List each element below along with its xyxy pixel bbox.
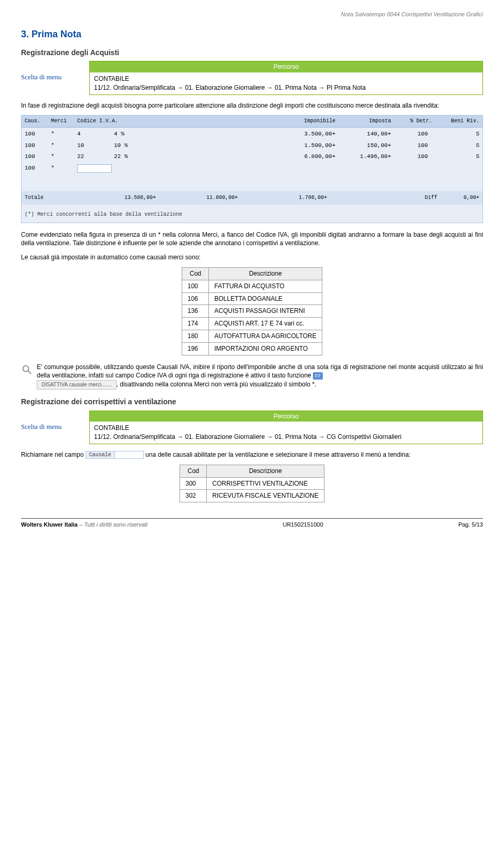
screenshot-footnote: (*) Merci concorrenti alla base della ve…	[22, 205, 482, 223]
f7-key-icon: F7	[313, 372, 323, 380]
scelta-di-menu-label: Scelta di menu	[21, 411, 89, 432]
table-row: 100FATTURA DI ACQUISTO	[182, 280, 322, 292]
screenshot-rows: 100 * 4 4 % 3.500,00+ 140,00+ 100 S 100 …	[22, 128, 482, 175]
disattiva-button[interactable]: DISATTIVA causale merci.......	[37, 380, 117, 390]
col-merci: Merci	[51, 118, 77, 125]
page-footer: Wolters Kluwer Italia – Tutti i diritti …	[21, 518, 483, 529]
table-row: 100 * 22 22 % 6.800,00+ 1.496,00+ 100 S	[25, 151, 479, 162]
table-row: 302RICEVUTA FISCALE VENTILAZIONE	[180, 490, 324, 502]
scelta-di-menu-label: Scelta di menu	[21, 61, 89, 82]
table-row: 174ACQUISTI ART. 17 E 74 vari cc.	[182, 318, 322, 330]
col-cod: Cod	[182, 267, 209, 280]
causali-table-2: Cod Descrizione 300CORRISPETTIVI VENTILA…	[21, 465, 483, 502]
svg-point-0	[23, 365, 29, 371]
percorso-box: Percorso CONTABILE 11/12. Ordinaria/Semp…	[89, 61, 483, 94]
doc-header: Nota Salvatempo 0044 Corrispettivi Venti…	[21, 10, 483, 18]
table-row: 106BOLLETTA DOGANALE	[182, 292, 322, 305]
table-row: 100 * 10 10 % 1.500,00+ 150,00+ 100 S	[25, 140, 479, 151]
col-imponibile: Imponibile	[156, 118, 343, 125]
app-screenshot: Caus. Merci Codice I.V.A. Imponibile Imp…	[21, 115, 483, 223]
col-codice: Codice I.V.A.	[77, 118, 156, 125]
table-row: 100 * 4 4 % 3.500,00+ 140,00+ 100 S	[25, 129, 479, 140]
percorso-block-1: Scelta di menu Percorso CONTABILE 11/12.…	[21, 61, 483, 94]
causali-table: Cod Descrizione 300CORRISPETTIVI VENTILA…	[180, 465, 324, 502]
screenshot-total-row: Totale 13.586,00+ 11.800,00+ 1.786,00+ D…	[22, 191, 482, 205]
causale-field[interactable]: Causale	[86, 452, 144, 459]
percorso-header: Percorso	[90, 411, 482, 422]
footer-left: Wolters Kluwer Italia – Tutti i diritti …	[21, 521, 148, 529]
percorso-line1: CONTABILE	[94, 75, 129, 82]
percorso-header: Percorso	[90, 61, 482, 72]
footer-code: UR1502151000	[282, 521, 323, 529]
col-detr: % Detr.	[395, 118, 432, 125]
subsection-1-title: Registrazione degli Acquisti	[21, 48, 483, 58]
causali-table: Cod Descrizione 100FATTURA DI ACQUISTO 1…	[182, 267, 322, 355]
para-causali-intro: Le causali già impostate in automatico c…	[21, 253, 483, 262]
causali-table-1: Cod Descrizione 100FATTURA DI ACQUISTO 1…	[21, 267, 483, 355]
intro-paragraph: In fase di registrazione degli acquisti …	[21, 101, 483, 110]
percorso-line2: 11/12. Ordinaria/Semplificata → 01. Elab…	[94, 84, 366, 91]
percorso-block-2: Scelta di menu Percorso CONTABILE 11/12.…	[21, 411, 483, 444]
svg-line-1	[28, 371, 32, 374]
col-desc: Descrizione	[207, 465, 324, 477]
table-row: 100 *	[25, 163, 479, 174]
section-title: 3. Prima Nota	[21, 28, 483, 41]
codice-input[interactable]	[77, 164, 112, 173]
para-inhibit: E' comunque possibile, utilizzando quest…	[37, 363, 483, 390]
percorso-body: CONTABILE 11/12. Ordinaria/Semplificata …	[90, 422, 482, 444]
footer-page: Pag. 5/13	[458, 521, 483, 529]
col-beni: Beni Riv.	[432, 118, 479, 125]
subsection-2-title: Registrazione dei corrispettivi a ventil…	[21, 397, 483, 407]
col-imposta: Imposta	[343, 118, 395, 125]
col-desc: Descrizione	[209, 267, 322, 280]
col-caus: Caus.	[25, 118, 51, 125]
table-row: 196IMPORTAZIONI ORO ARGENTO	[182, 342, 322, 355]
table-row: 300CORRISPETTIVI VENTILAZIONE	[180, 477, 324, 490]
col-cod: Cod	[180, 465, 207, 477]
percorso-body: CONTABILE 11/12. Ordinaria/Semplificata …	[90, 72, 482, 94]
table-row: 180AUTOFATTURA DA AGRICOLTORE	[182, 330, 322, 342]
screenshot-header-row: Caus. Merci Codice I.V.A. Imponibile Imp…	[22, 116, 482, 128]
table-row: 136ACQUISTI PASSAGGI INTERNI	[182, 305, 322, 318]
magnifier-icon	[21, 364, 33, 375]
para-richiamare: Richiamare nel campo Causale una delle c…	[21, 450, 483, 459]
percorso-box: Percorso CONTABILE 11/12. Ordinaria/Semp…	[89, 411, 483, 444]
para-merci-explain: Come evidenziato nella figura in presenz…	[21, 230, 483, 248]
